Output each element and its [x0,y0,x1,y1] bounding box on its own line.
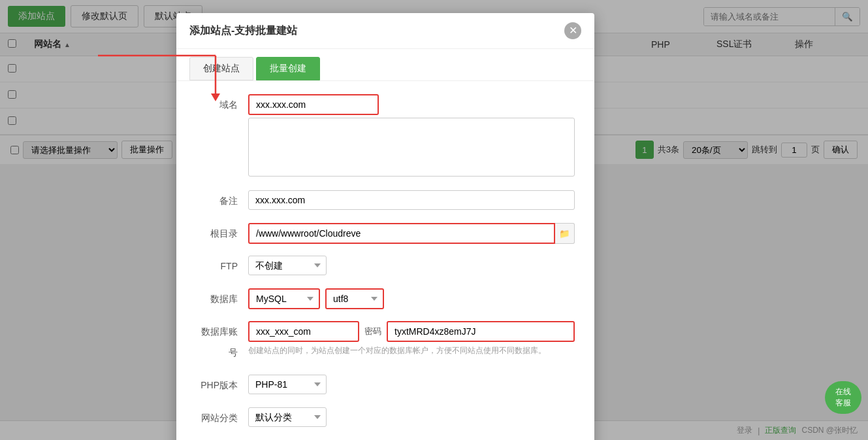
category-label: 网站分类 [196,407,248,428]
db-select-row: MySQL utf8 [248,288,575,309]
online-service-button[interactable]: 在线 客服 [825,381,861,414]
db-control: MySQL utf8 [248,288,575,309]
close-icon: ✕ [569,25,577,36]
online-service-line2: 客服 [833,398,854,409]
root-dir-control: /www/wwwroot/Cloudreve 📁 [248,223,575,244]
category-select[interactable]: 默认分类 [248,407,327,427]
root-dir-row: 根目录 /www/wwwroot/Cloudreve 📁 [196,223,575,244]
db-label: 数据库 [196,288,248,309]
root-dir-browse-button[interactable]: 📁 [555,223,575,244]
db-username-input[interactable]: xxx_xxx_com [248,321,359,342]
online-service-line1: 在线 [833,386,854,398]
php-label: PHP版本 [196,375,248,396]
ftp-control: 不创建 [248,256,575,275]
db-account-row: 数据库账号 xxx_xxx_com 密码 tyxtMRD4xz8emJ7J 创建… [196,321,575,363]
modal-tabs: 创建站点 批量创建 [176,49,594,81]
modal-close-button[interactable]: ✕ [564,22,581,39]
ftp-label: FTP [196,256,248,277]
db-type-select[interactable]: MySQL [248,288,320,309]
db-account-input-row: xxx_xxx_com 密码 tyxtMRD4xz8emJ7J [248,321,575,342]
folder-icon: 📁 [559,229,570,239]
domain-row: 域名 xxx.xxx.com [196,94,575,178]
root-dir-input[interactable]: /www/wwwroot/Cloudreve [248,223,555,244]
category-control: 默认分类 [248,407,575,427]
root-dir-wrapper: /www/wwwroot/Cloudreve 📁 [248,223,575,244]
db-row: 数据库 MySQL utf8 [196,288,575,309]
domain-input[interactable]: xxx.xxx.com [248,94,379,115]
db-charset-select[interactable]: utf8 [325,288,384,309]
db-hint-text: 创建站点的同时，为站点创建一个对应的数据库帐户，方便不同站点使用不同数据库。 [248,345,575,356]
db-password-input[interactable]: tyxtMRD4xz8emJ7J [387,321,575,342]
svg-marker-2 [211,93,220,101]
category-row: 网站分类 默认分类 [196,407,575,428]
php-version-select[interactable]: PHP-81 [248,375,327,394]
db-account-control: xxx_xxx_com 密码 tyxtMRD4xz8emJ7J 创建站点的同时，… [248,321,575,356]
comment-row: 备注 xxx.xxx.com [196,190,575,211]
php-row: PHP版本 PHP-81 [196,375,575,396]
comment-input[interactable]: xxx.xxx.com [248,190,575,210]
modal-body: 域名 xxx.xxx.com 备注 xxx.xxx.com 根目录 /www/w… [176,81,594,440]
red-arrow-indicator [85,49,229,101]
comment-label: 备注 [196,190,248,211]
page-container: 添加站点 修改默认页 默认站点 🔍 网站名 ▲ 状态 PHP SSL证书 操作 [0,0,868,440]
comment-control: xxx.xxx.com [248,190,575,210]
ftp-select[interactable]: 不创建 [248,256,327,275]
modal-header: 添加站点-支持批量建站 ✕ [176,13,594,49]
db-account-label: 数据库账号 [196,321,248,363]
modal-dialog: 添加站点-支持批量建站 ✕ 创建站点 批量创建 域名 xxx.xxx.com 备… [176,13,594,440]
modal-title: 添加站点-支持批量建站 [189,24,297,38]
ftp-row: FTP 不创建 [196,256,575,277]
domain-textarea[interactable] [248,118,575,177]
php-control: PHP-81 [248,375,575,394]
domain-control: xxx.xxx.com [248,94,575,178]
root-dir-label: 根目录 [196,223,248,244]
db-password-label: 密码 [364,326,381,337]
tab-batch-create[interactable]: 批量创建 [256,57,320,80]
